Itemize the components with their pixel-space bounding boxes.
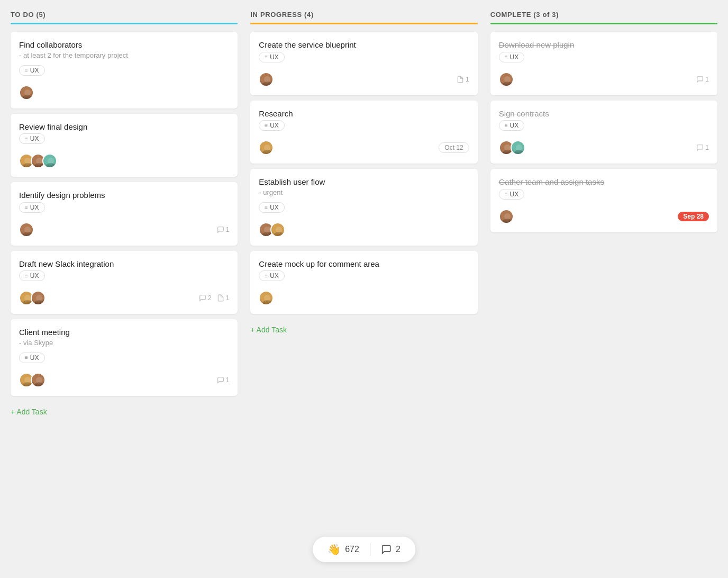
card-avatars bbox=[499, 140, 522, 155]
tag-label: UX bbox=[270, 204, 279, 211]
svg-point-33 bbox=[514, 150, 524, 155]
card-gather-team[interactable]: Gather team and assign tasks≡UX Sep 28 bbox=[490, 169, 717, 232]
card-avatars bbox=[259, 72, 270, 87]
tag-icon: ≡ bbox=[25, 273, 28, 279]
card-tag: ≡UX bbox=[19, 133, 229, 150]
avatar bbox=[31, 291, 46, 305]
tag-label: UX bbox=[270, 122, 279, 129]
stat-divider bbox=[370, 543, 370, 556]
svg-point-31 bbox=[503, 150, 512, 155]
card-tag: ≡UX bbox=[19, 202, 229, 218]
column-bar-inprogress bbox=[250, 23, 477, 24]
card-draft-slack[interactable]: Draft new Slack integration≡UX 21 bbox=[11, 251, 238, 314]
comment-count-item: 2 bbox=[381, 544, 401, 555]
card-download-plugin[interactable]: Download new plugin≡UX 1 bbox=[490, 32, 717, 95]
column-bar-todo bbox=[11, 23, 238, 24]
svg-point-9 bbox=[23, 232, 32, 237]
avatar bbox=[511, 140, 525, 155]
add-task-button-todo[interactable]: + Add Task bbox=[11, 401, 47, 422]
add-task-button-inprogress[interactable]: + Add Task bbox=[250, 319, 287, 340]
card-avatars bbox=[499, 72, 511, 87]
card-avatars bbox=[259, 140, 270, 155]
tag-label: UX bbox=[510, 53, 519, 61]
column-title-complete: COMPLETE (3 of 3) bbox=[490, 11, 717, 19]
comment-icon bbox=[696, 144, 704, 151]
avatar bbox=[259, 291, 274, 305]
column-title-todo: TO DO (5) bbox=[11, 11, 238, 19]
card-create-mockup[interactable]: Create mock up for comment area≡UX bbox=[250, 251, 477, 314]
card-title: Establish user flow bbox=[259, 177, 469, 186]
card-title: Identify design problems bbox=[19, 191, 229, 200]
tag-icon: ≡ bbox=[25, 355, 28, 360]
card-client-meeting[interactable]: Client meeting- via Skype≡UX 1 bbox=[11, 319, 238, 396]
card-meta: 1 bbox=[217, 226, 230, 233]
comment-count: 1 bbox=[705, 144, 709, 151]
card-identify-design-problems[interactable]: Identify design problems≡UX 1 bbox=[11, 182, 238, 246]
comment-count: 1 bbox=[226, 376, 230, 384]
card-footer: 1 bbox=[499, 72, 709, 87]
comment-icon bbox=[199, 294, 206, 302]
card-avatars bbox=[259, 291, 270, 305]
tag-label: UX bbox=[510, 191, 519, 198]
card-find-collaborators[interactable]: Find collaborators- at least 2 for the t… bbox=[11, 32, 238, 109]
card-meta: Sep 28 bbox=[678, 212, 709, 221]
avatar bbox=[499, 72, 514, 87]
card-title: Create mock up for comment area bbox=[259, 259, 469, 268]
card-title: Research bbox=[259, 109, 469, 118]
card-meta: 21 bbox=[199, 294, 229, 302]
card-review-final-design[interactable]: Review final design≡UX bbox=[11, 114, 238, 177]
avatar bbox=[19, 85, 34, 100]
column-title-inprogress: IN PROGRESS (4) bbox=[250, 11, 477, 19]
card-subtitle: - via Skype bbox=[19, 339, 229, 347]
tag-label: UX bbox=[510, 122, 519, 129]
card-tag: ≡UX bbox=[259, 270, 469, 287]
file-count: 1 bbox=[226, 294, 230, 302]
card-tag: ≡UX bbox=[499, 51, 709, 68]
card-title: Client meeting bbox=[19, 328, 229, 337]
card-footer: 21 bbox=[19, 291, 229, 305]
card-footer bbox=[259, 222, 469, 237]
comment-count: 2 bbox=[396, 545, 401, 554]
card-tag: ≡UX bbox=[499, 120, 709, 137]
file-count: 1 bbox=[466, 76, 469, 83]
tag-icon: ≡ bbox=[25, 136, 28, 142]
card-sign-contracts[interactable]: Sign contracts≡UX 1 bbox=[490, 101, 717, 164]
bottom-stats-bar: 👋 672 2 bbox=[313, 537, 415, 562]
column-header-complete: COMPLETE (3 of 3) bbox=[490, 11, 717, 24]
card-research[interactable]: Research≡UX Oct 12 bbox=[250, 101, 477, 164]
card-subtitle: - at least 2 for the temporary project bbox=[19, 51, 229, 59]
svg-point-29 bbox=[503, 82, 512, 87]
card-service-blueprint[interactable]: Create the service blueprint≡UX 1 bbox=[250, 32, 477, 95]
card-establish-user-flow[interactable]: Establish user flow- urgent≡UX bbox=[250, 169, 477, 246]
column-header-inprogress: IN PROGRESS (4) bbox=[250, 11, 477, 24]
comment-count: 1 bbox=[226, 226, 230, 233]
comment-icon bbox=[217, 376, 224, 384]
card-tag: ≡UX bbox=[19, 65, 229, 81]
card-meta: 1 bbox=[696, 144, 709, 151]
comment-meta: 2 bbox=[199, 294, 212, 302]
svg-point-17 bbox=[34, 382, 44, 387]
file-meta: 1 bbox=[457, 76, 469, 83]
avatar bbox=[259, 140, 274, 155]
tag-label: UX bbox=[30, 354, 39, 362]
tag-icon: ≡ bbox=[505, 123, 508, 129]
card-meta: 1 bbox=[457, 76, 469, 83]
column-inprogress: IN PROGRESS (4)Create the service bluepr… bbox=[250, 11, 477, 422]
wave-icon: 👋 bbox=[327, 543, 341, 556]
card-footer: 1 bbox=[499, 140, 709, 155]
tag-icon: ≡ bbox=[25, 67, 28, 73]
tag-icon: ≡ bbox=[265, 204, 268, 210]
card-tag: ≡UX bbox=[259, 51, 469, 68]
avatar bbox=[19, 222, 34, 237]
column-header-todo: TO DO (5) bbox=[11, 11, 238, 24]
tag-icon: ≡ bbox=[25, 204, 28, 210]
date-badge: Sep 28 bbox=[678, 212, 709, 221]
avatar bbox=[259, 72, 274, 87]
card-avatars bbox=[259, 222, 282, 237]
card-footer: Sep 28 bbox=[499, 209, 709, 224]
card-avatars bbox=[19, 85, 31, 100]
comment-icon bbox=[696, 76, 704, 83]
like-count: 672 bbox=[345, 545, 359, 554]
avatar bbox=[270, 222, 285, 237]
card-footer: 1 bbox=[19, 373, 229, 387]
